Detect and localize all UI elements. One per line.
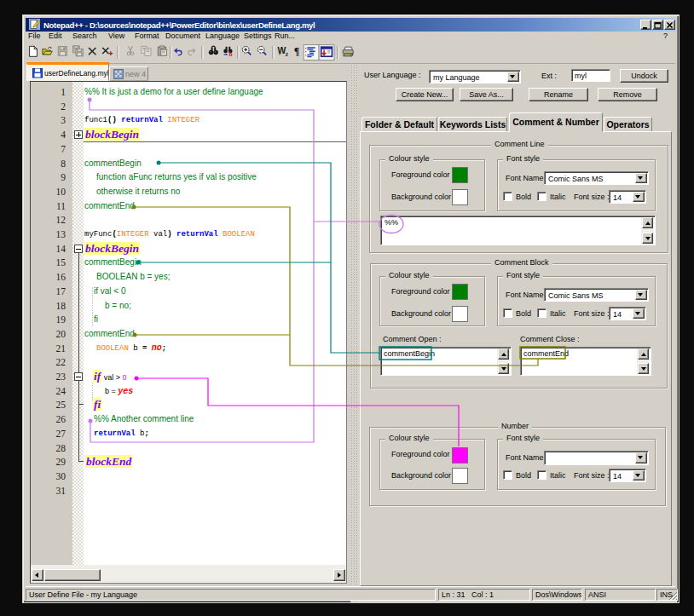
svg-text:2: 2 xyxy=(286,52,288,57)
svg-text:b: b xyxy=(229,51,233,58)
svg-text:¶: ¶ xyxy=(294,45,299,57)
